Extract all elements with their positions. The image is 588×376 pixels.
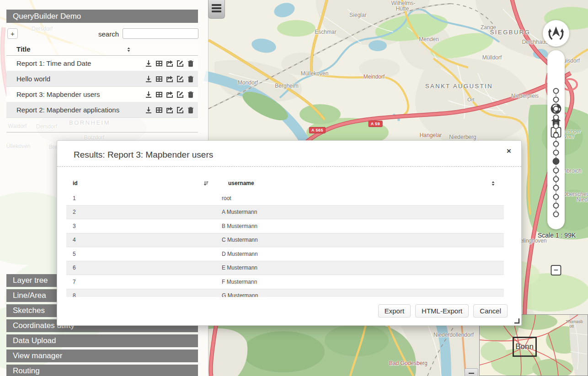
html-export-button[interactable]: HTML-Export [415, 304, 469, 318]
zoom-step-dot[interactable] [553, 141, 559, 147]
report-row[interactable]: Report 2: Mapbender applications [6, 102, 198, 118]
rotation-compass-control[interactable] [543, 20, 569, 47]
cell-id: 1 [66, 195, 222, 201]
zoom-step-dot[interactable] [553, 202, 559, 208]
dialog-title: Results: Report 3: Mapbender users [74, 150, 213, 160]
zoom-step-dot[interactable] [553, 132, 559, 138]
zoom-step-dot[interactable] [553, 88, 559, 94]
cell-username: G Mustermann [222, 292, 504, 297]
zoom-step-dot[interactable] [553, 185, 559, 191]
trash-icon[interactable] [187, 106, 194, 114]
cell-id: 4 [66, 237, 222, 243]
report-row[interactable]: Report 1: Time and Date [6, 56, 198, 71]
zoom-step-dot[interactable] [553, 150, 559, 156]
report-title: Report 3: Mapbender users [16, 90, 145, 98]
sidebar-toggle-button[interactable] [208, 0, 225, 19]
results-table-header: id username [66, 176, 504, 191]
overview-city-label: Bonn [515, 342, 534, 351]
search-input[interactable] [123, 28, 198, 39]
add-report-button[interactable]: + [7, 28, 18, 39]
column-header-username[interactable]: username [228, 180, 254, 186]
edit-icon[interactable] [176, 60, 184, 67]
zoom-slider-handle[interactable] [553, 158, 560, 165]
cell-username: C Mustermann [222, 237, 504, 243]
zoom-step-dot[interactable] [553, 167, 559, 173]
sort-amount-asc-icon[interactable] [203, 180, 208, 188]
compass-icon [543, 20, 569, 47]
result-row: 4 C Mustermann [66, 233, 504, 248]
result-row: 5 D Mustermann [66, 247, 504, 261]
result-row: 7 F Mustermann [66, 275, 504, 289]
results-dialog: Results: Report 3: Mapbender users × id … [57, 140, 522, 326]
cell-id: 3 [66, 223, 222, 229]
download-icon[interactable] [145, 106, 152, 114]
table-icon[interactable] [155, 75, 163, 83]
cell-id: 5 [66, 251, 222, 257]
reports-table: Report 1: Time and Date [6, 56, 198, 118]
accordion-header[interactable]: Routing [6, 365, 198, 376]
report-row[interactable]: Hello world [6, 71, 198, 87]
trash-icon[interactable] [187, 75, 194, 83]
zoom-step-dot[interactable] [553, 114, 559, 120]
cell-username: B Mustermann [222, 223, 504, 229]
dialog-divider [57, 166, 521, 167]
column-header-id[interactable]: id [73, 180, 78, 186]
report-actions [145, 106, 194, 114]
accordion-header[interactable]: View manager [6, 350, 198, 362]
search-label: search [73, 30, 119, 38]
download-icon[interactable] [145, 75, 152, 83]
cell-username: root [222, 195, 504, 201]
sort-both-icon[interactable] [491, 180, 496, 188]
report-row[interactable]: Report 3: Mapbender users [6, 87, 198, 102]
trash-icon[interactable] [187, 60, 194, 67]
cancel-button[interactable]: Cancel [473, 304, 508, 318]
share-icon[interactable] [166, 91, 173, 98]
trash-icon[interactable] [187, 91, 194, 98]
reports-table-header[interactable]: Title [6, 43, 198, 56]
zoom-step-dot[interactable] [553, 212, 559, 217]
overview-collapse-button[interactable] [465, 368, 478, 376]
cell-id: 6 [66, 265, 222, 271]
edit-icon[interactable] [176, 91, 184, 98]
dialog-close-button[interactable]: × [507, 147, 511, 155]
results-table-body: 1 root 2 A Mustermann 3 B Mustermann 4 C… [66, 191, 504, 297]
download-icon[interactable] [145, 91, 152, 98]
share-icon[interactable] [166, 75, 173, 83]
cell-username: E Mustermann [222, 265, 504, 271]
result-row: 1 root [66, 191, 504, 206]
cell-username: A Mustermann [222, 209, 504, 215]
cell-id: 7 [66, 279, 222, 285]
export-button[interactable]: Export [378, 304, 411, 318]
share-icon[interactable] [166, 106, 173, 114]
edit-icon[interactable] [176, 75, 184, 83]
table-icon[interactable] [155, 106, 163, 114]
zoom-step-dot[interactable] [553, 123, 559, 129]
zoom-out-button[interactable]: − [551, 265, 561, 275]
hamburger-icon [208, 4, 225, 12]
zoom-step-dot[interactable] [553, 194, 559, 200]
dialog-resize-grip[interactable] [513, 318, 520, 324]
cell-username: D Mustermann [222, 251, 504, 257]
title-column-header[interactable]: Title [16, 45, 31, 53]
share-icon[interactable] [166, 60, 173, 67]
report-actions [145, 75, 194, 83]
cell-id: 2 [66, 209, 222, 215]
table-icon[interactable] [155, 91, 163, 98]
download-icon[interactable] [145, 60, 152, 67]
edit-icon[interactable] [176, 106, 184, 114]
overview-map-label: ott [569, 324, 574, 328]
accordion-header[interactable]: Data Upload [6, 334, 198, 347]
sort-both-icon[interactable] [126, 46, 131, 54]
zoom-step-dot[interactable] [553, 97, 559, 103]
report-title: Report 2: Mapbender applications [16, 106, 145, 114]
overview-map-label: Thomasb [566, 319, 583, 324]
table-icon[interactable] [155, 60, 163, 67]
result-row: 6 E Mustermann [66, 261, 504, 275]
zoom-step-dot[interactable] [553, 176, 559, 182]
cell-username: F Mustermann [222, 279, 504, 285]
report-title: Report 1: Time and Date [16, 59, 145, 67]
zoom-step-dot[interactable] [553, 106, 559, 111]
dialog-footer: Export HTML-Export Cancel [378, 304, 508, 318]
scale-display: Scale 1 : 99K [538, 232, 576, 239]
resize-grip-icon [513, 318, 520, 324]
